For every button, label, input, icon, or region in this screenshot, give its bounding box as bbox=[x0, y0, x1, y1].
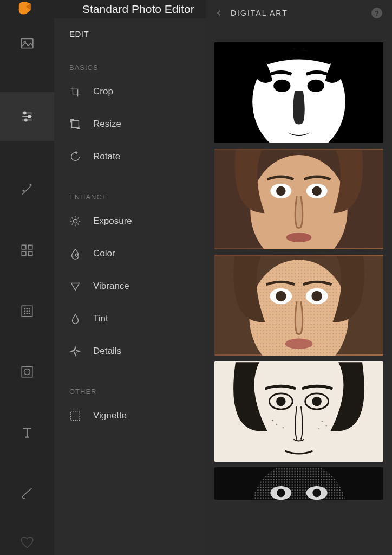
heart-icon bbox=[20, 536, 34, 550]
svg-point-2 bbox=[24, 112, 26, 114]
app-title: Standard Photo Editor bbox=[82, 3, 194, 16]
svg-rect-7 bbox=[22, 251, 26, 256]
svg-rect-8 bbox=[28, 251, 32, 256]
tool-tint[interactable]: Tint bbox=[69, 313, 195, 325]
svg-point-50 bbox=[272, 420, 273, 421]
svg-point-48 bbox=[276, 397, 286, 406]
svg-rect-24 bbox=[71, 411, 80, 421]
filter-preview[interactable] bbox=[214, 361, 383, 462]
tool-rotate[interactable]: Rotate bbox=[69, 151, 195, 163]
nav-item-camera[interactable] bbox=[0, 360, 54, 384]
filter-preview[interactable] bbox=[214, 255, 383, 356]
preview-image-icon bbox=[214, 255, 383, 356]
nav-item-edit[interactable] bbox=[0, 92, 54, 141]
tool-label: Vignette bbox=[93, 410, 127, 421]
preview-image-icon bbox=[214, 467, 383, 500]
svg-point-28 bbox=[308, 80, 324, 92]
group-label-enhance: ENHANCE bbox=[69, 193, 195, 201]
crop-icon bbox=[69, 86, 81, 98]
svg-point-22 bbox=[73, 219, 77, 223]
svg-point-18 bbox=[29, 313, 30, 314]
svg-rect-5 bbox=[22, 245, 26, 249]
svg-point-53 bbox=[322, 421, 323, 422]
svg-point-34 bbox=[312, 186, 322, 196]
rotate-icon bbox=[69, 151, 81, 163]
svg-point-17 bbox=[27, 313, 28, 314]
svg-point-54 bbox=[326, 425, 327, 427]
svg-point-43 bbox=[311, 291, 322, 302]
sliders-icon bbox=[20, 109, 34, 124]
svg-rect-21 bbox=[72, 121, 79, 128]
nav-item-brush[interactable] bbox=[0, 481, 54, 505]
group-label-other: OTHER bbox=[69, 388, 195, 396]
svg-point-55 bbox=[318, 428, 319, 429]
tool-crop[interactable]: Crop bbox=[69, 86, 195, 98]
svg-rect-19 bbox=[22, 366, 32, 377]
svg-point-16 bbox=[24, 313, 25, 314]
nav-item-favorites[interactable] bbox=[0, 531, 54, 555]
tool-vignette[interactable]: Vignette bbox=[69, 410, 195, 422]
svg-point-49 bbox=[312, 397, 322, 406]
svg-point-15 bbox=[29, 311, 30, 312]
chevron-left-icon bbox=[215, 9, 223, 17]
svg-point-11 bbox=[27, 308, 28, 309]
tool-label: Details bbox=[93, 346, 121, 357]
svg-point-35 bbox=[286, 233, 312, 242]
nav-item-text[interactable] bbox=[0, 421, 54, 444]
grid-icon bbox=[20, 243, 34, 257]
resize-icon bbox=[69, 118, 81, 130]
filter-preview[interactable] bbox=[214, 467, 383, 500]
tool-details[interactable]: Details bbox=[69, 345, 195, 357]
tool-label: Tint bbox=[93, 313, 108, 324]
svg-point-61 bbox=[277, 489, 285, 498]
color-icon bbox=[69, 248, 81, 260]
tool-label: Exposure bbox=[93, 216, 132, 227]
tool-label: Crop bbox=[93, 86, 113, 97]
svg-point-33 bbox=[276, 186, 286, 196]
svg-point-12 bbox=[29, 308, 30, 309]
filter-preview-list bbox=[206, 26, 392, 555]
back-button[interactable] bbox=[215, 9, 223, 17]
brush-icon bbox=[20, 486, 34, 500]
svg-point-13 bbox=[24, 311, 25, 312]
tint-icon bbox=[69, 313, 81, 325]
svg-point-62 bbox=[312, 489, 321, 498]
tool-label: Color bbox=[93, 248, 115, 259]
filter-preview[interactable] bbox=[214, 42, 383, 143]
details-icon bbox=[69, 345, 81, 357]
right-header: DIGITAL ART ? bbox=[206, 0, 392, 26]
nav-item-photo[interactable] bbox=[0, 31, 54, 55]
tool-label: Resize bbox=[93, 119, 121, 130]
tool-label: Rotate bbox=[93, 151, 120, 162]
nav-item-texture[interactable] bbox=[0, 299, 54, 323]
svg-point-42 bbox=[276, 291, 286, 302]
photo-icon bbox=[20, 36, 34, 50]
tool-color[interactable]: Color bbox=[69, 248, 195, 260]
preview-image-icon bbox=[214, 149, 383, 249]
nav-item-layouts[interactable] bbox=[0, 238, 54, 262]
tool-resize[interactable]: Resize bbox=[69, 118, 195, 130]
exposure-icon bbox=[69, 215, 81, 227]
nav-item-effects[interactable] bbox=[0, 178, 54, 202]
section-title: EDIT bbox=[69, 29, 195, 38]
svg-point-4 bbox=[25, 119, 27, 121]
edit-menu: EDIT BASICS Crop Resize Rotate ENHANCE bbox=[54, 18, 206, 555]
group-label-basics: BASICS bbox=[69, 63, 195, 72]
preview-image-icon bbox=[214, 361, 383, 462]
svg-point-3 bbox=[28, 115, 30, 118]
svg-rect-6 bbox=[28, 245, 32, 249]
svg-point-23 bbox=[75, 254, 78, 256]
tool-vibrance[interactable]: Vibrance bbox=[69, 280, 195, 292]
svg-point-27 bbox=[273, 80, 290, 92]
nav-rail bbox=[0, 18, 54, 555]
vibrance-icon bbox=[69, 280, 81, 292]
texture-icon bbox=[20, 304, 34, 318]
svg-point-20 bbox=[24, 369, 30, 375]
tool-exposure[interactable]: Exposure bbox=[69, 215, 195, 227]
svg-point-52 bbox=[283, 427, 284, 428]
filter-preview[interactable] bbox=[214, 149, 383, 249]
vignette-icon bbox=[69, 410, 81, 422]
help-button[interactable]: ? bbox=[371, 8, 382, 18]
svg-point-14 bbox=[27, 311, 28, 312]
app-logo-icon bbox=[15, 0, 34, 18]
